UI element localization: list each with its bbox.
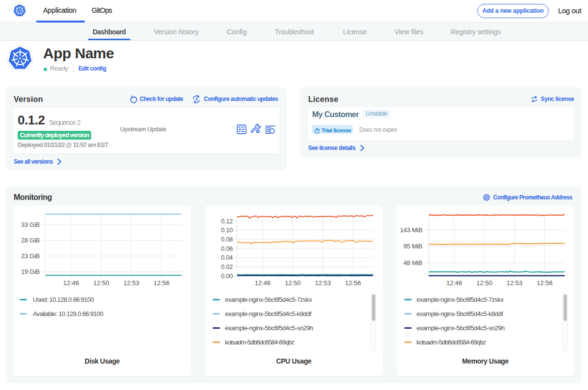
svg-text:95 MiB: 95 MiB bbox=[403, 243, 422, 250]
svg-text:12:50: 12:50 bbox=[93, 279, 109, 287]
svg-text:12:56: 12:56 bbox=[537, 279, 553, 287]
svg-text:143 MiB: 143 MiB bbox=[400, 226, 422, 234]
svg-text:12:53: 12:53 bbox=[315, 279, 331, 287]
svg-text:0.06: 0.06 bbox=[221, 245, 233, 252]
svg-text:12:46: 12:46 bbox=[63, 279, 79, 287]
svg-text:48 MiB: 48 MiB bbox=[403, 259, 422, 267]
svg-text:12:53: 12:53 bbox=[123, 279, 140, 287]
svg-text:12:46: 12:46 bbox=[255, 279, 271, 287]
svg-text:12:53: 12:53 bbox=[507, 279, 523, 287]
svg-text:33 GiB: 33 GiB bbox=[21, 221, 40, 228]
svg-text:12:56: 12:56 bbox=[153, 279, 170, 287]
svg-text:0.10: 0.10 bbox=[221, 226, 233, 234]
svg-text:12:46: 12:46 bbox=[446, 279, 463, 287]
svg-text:12:50: 12:50 bbox=[476, 279, 492, 287]
svg-text:0.04: 0.04 bbox=[221, 254, 233, 261]
svg-text:12:50: 12:50 bbox=[285, 279, 301, 287]
svg-text:23 GiB: 23 GiB bbox=[21, 252, 40, 260]
svg-text:0.08: 0.08 bbox=[221, 236, 233, 243]
svg-text:0.00: 0.00 bbox=[221, 272, 233, 280]
svg-text:0.12: 0.12 bbox=[221, 218, 233, 225]
svg-text:12:56: 12:56 bbox=[345, 279, 361, 287]
svg-text:19 GiB: 19 GiB bbox=[21, 268, 40, 275]
svg-text:0.02: 0.02 bbox=[221, 263, 233, 270]
svg-text:28 GiB: 28 GiB bbox=[21, 237, 40, 244]
